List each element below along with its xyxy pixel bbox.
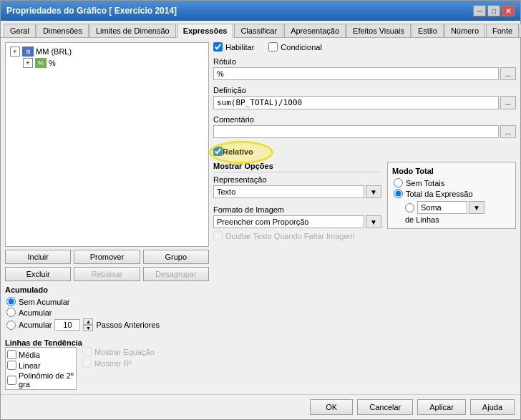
- rotulo-input[interactable]: [213, 67, 499, 80]
- trend-media-check[interactable]: [7, 350, 16, 359]
- definicao-row: ...: [213, 96, 516, 109]
- tree-icon-mm: ⊞: [22, 47, 34, 57]
- acumular-label: Acumular: [19, 308, 52, 317]
- relativo-label: Relativo: [223, 147, 253, 156]
- modo-total-section: Modo Total Sem Totais Total da Expressão: [387, 162, 516, 229]
- mostrar-r2-row: Mostrar R²: [82, 358, 155, 368]
- representacao-dropdown[interactable]: ▼: [366, 185, 381, 198]
- tab-efeitos[interactable]: Efeitos Visuais: [346, 24, 411, 37]
- tab-limites[interactable]: Limites de Dimensão: [89, 24, 176, 37]
- tab-dimensoes[interactable]: Dimensões: [36, 24, 89, 37]
- minimize-button[interactable]: ─: [473, 5, 486, 16]
- tab-geral[interactable]: Geral: [4, 24, 36, 37]
- acumular-steps-radio[interactable]: [6, 321, 16, 330]
- tab-classificar[interactable]: Classificar: [234, 24, 283, 37]
- condicional-row: Condicional: [268, 42, 321, 52]
- aplicar-button[interactable]: Aplicar: [417, 399, 466, 415]
- trend-list[interactable]: Média Linear Polinômio de 2º gra: [5, 347, 77, 390]
- trend-media-label: Média: [19, 351, 40, 359]
- incluir-button[interactable]: Incluir: [5, 250, 71, 264]
- ocultar-label: Ocultar Texto Quando Faltar Imagem: [225, 232, 355, 240]
- tree-item-percent[interactable]: + % %: [21, 57, 205, 69]
- comentario-input[interactable]: [213, 125, 499, 138]
- tab-numero[interactable]: Número: [444, 24, 485, 37]
- rotulo-btn[interactable]: ...: [500, 67, 516, 80]
- representacao-label: Representação: [213, 175, 381, 184]
- trend-linear-check[interactable]: [7, 361, 16, 370]
- soma-input[interactable]: [417, 201, 467, 214]
- tree-item-mm[interactable]: + ⊞ MM (BRL): [9, 46, 205, 57]
- desagrupar-button[interactable]: Desagrupar: [143, 267, 209, 281]
- trend-list-area: Média Linear Polinômio de 2º gra: [5, 347, 209, 390]
- grupo-button[interactable]: Grupo: [143, 250, 209, 264]
- tree-child: + % %: [21, 57, 205, 69]
- close-button[interactable]: ✕: [502, 5, 515, 16]
- ajuda-button[interactable]: Ajuda: [470, 399, 515, 415]
- mostrar-r2-label: Mostrar R²: [94, 359, 132, 368]
- trend-linear-label: Linear: [19, 361, 41, 370]
- top-checks-row: Habilitar Condicional: [213, 42, 516, 52]
- bottom-buttons: OK Cancelar Aplicar Ajuda: [1, 394, 520, 419]
- sem-acumular-row: Sem Acumular: [6, 297, 209, 306]
- tab-expressoes[interactable]: Expressões: [177, 24, 234, 38]
- cancelar-button[interactable]: Cancelar: [357, 399, 413, 415]
- soma-dropdown[interactable]: ▼: [469, 201, 485, 214]
- ocultar-row: Ocultar Texto Quando Faltar Imagem: [213, 231, 381, 240]
- rotulo-label: Rótulo: [213, 57, 516, 66]
- action-buttons-row2: Excluir Rebaixar Desagrupar: [5, 267, 209, 281]
- tab-estilo[interactable]: Estilo: [412, 24, 444, 37]
- image-format-input[interactable]: [213, 215, 364, 228]
- soma-row: ▼: [405, 201, 511, 214]
- comentario-btn[interactable]: ...: [500, 125, 516, 138]
- soma-radio[interactable]: [405, 203, 414, 213]
- acumular-radio[interactable]: [6, 308, 16, 317]
- relativo-checkbox[interactable]: [213, 147, 223, 156]
- image-format-group: Formato de Imagem ▼: [213, 205, 381, 228]
- tab-apresentacao[interactable]: Apresentação: [284, 24, 346, 37]
- tree-label-mm: MM (BRL): [36, 47, 72, 56]
- condicional-checkbox[interactable]: [268, 42, 278, 52]
- definicao-input[interactable]: [213, 96, 499, 109]
- stepper-down[interactable]: ▼: [83, 325, 93, 331]
- relativo-row: Relativo: [213, 147, 516, 156]
- accumulate-title: Acumulado: [5, 285, 209, 294]
- de-linhas-label: de Linhas: [405, 215, 439, 224]
- definicao-btn[interactable]: ...: [500, 96, 516, 109]
- stepper-up[interactable]: ▲: [83, 318, 93, 325]
- sem-acumular-radio[interactable]: [6, 297, 16, 306]
- tabs-bar: Geral Dimensões Limites de Dimensão Expr…: [1, 21, 520, 38]
- sem-totais-label: Sem Totais: [406, 179, 444, 187]
- mostrar-r2-check[interactable]: [82, 358, 92, 368]
- trend-linear: Linear: [7, 360, 74, 371]
- mostrar-equacao-check[interactable]: [82, 347, 92, 356]
- main-window: Propriedades do Gráfico [ Exercício 2014…: [0, 0, 521, 420]
- title-bar: Propriedades do Gráfico [ Exercício 2014…: [1, 1, 520, 21]
- representacao-row: ▼: [213, 185, 381, 198]
- maximize-button[interactable]: □: [487, 5, 500, 16]
- sem-totais-radio[interactable]: [394, 178, 403, 187]
- habilitar-checkbox[interactable]: [213, 42, 223, 52]
- title-bar-buttons: ─ □ ✕: [473, 5, 515, 16]
- trend-polinomio-check[interactable]: [7, 376, 16, 385]
- ocultar-checkbox[interactable]: [213, 231, 223, 240]
- trend-polinomio-label: Polinômio de 2º gra: [19, 371, 74, 389]
- trend-options: Mostrar Equação Mostrar R²: [82, 347, 155, 390]
- image-format-dropdown[interactable]: ▼: [366, 215, 381, 228]
- total-expressao-radio[interactable]: [394, 189, 403, 198]
- condicional-label: Condicional: [281, 43, 321, 52]
- two-col-section: Mostrar Opções Representação ▼ Formato d…: [213, 162, 516, 240]
- rebaixar-button[interactable]: Rebaixar: [74, 267, 140, 281]
- steps-input[interactable]: [54, 319, 80, 331]
- tree-area[interactable]: + ⊞ MM (BRL) + % %: [5, 42, 209, 247]
- ok-button[interactable]: OK: [310, 399, 353, 415]
- acumular-steps-label: Acumular: [19, 321, 52, 329]
- acumular-steps-row: Acumular ▲ ▼ Passos Anteriores: [6, 318, 209, 331]
- tab-fonte[interactable]: Fonte: [486, 24, 519, 37]
- promover-button[interactable]: Promover: [74, 250, 140, 264]
- representacao-input[interactable]: [213, 185, 364, 198]
- excluir-button[interactable]: Excluir: [5, 267, 71, 281]
- tree-expand-percent[interactable]: +: [23, 58, 33, 68]
- tree-expand-mm[interactable]: +: [10, 47, 20, 57]
- trend-title: Linhas de Tendência: [5, 338, 209, 347]
- tree-icon-percent: %: [35, 58, 47, 68]
